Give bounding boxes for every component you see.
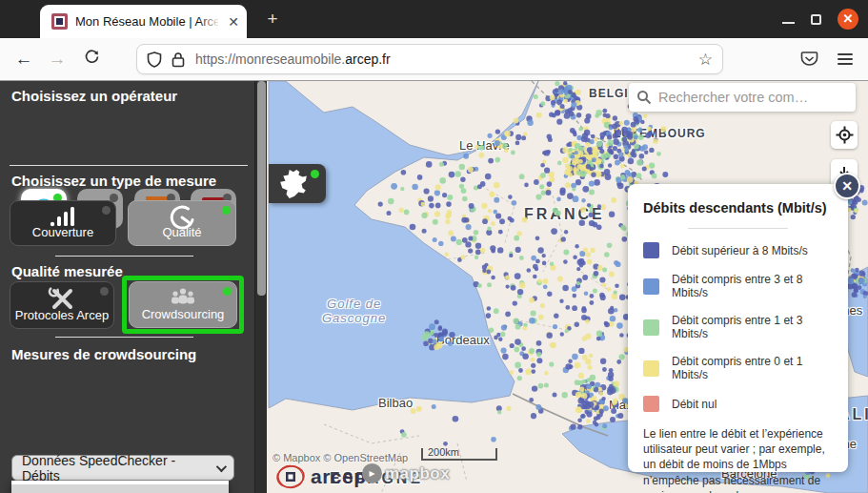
arcep-logo-text: arcep (311, 465, 367, 488)
legend-item: Débit supérieur à 8 Mbits/s (643, 242, 833, 258)
search-input[interactable] (658, 90, 848, 105)
map-label: FRANCE (524, 206, 605, 223)
mapbox-logo[interactable]: ▸ mapbox (362, 463, 450, 483)
measure-button-label: Qualité (129, 225, 235, 239)
legend-swatch (643, 278, 659, 295)
measure-status-dot (222, 206, 231, 215)
operators-heading: Choisissez un opérateur (11, 88, 177, 104)
chevron-down-icon (216, 461, 227, 471)
legend-divider (688, 228, 788, 229)
url-prefix: https://monreseaumobile. (195, 51, 345, 67)
window-maximize-button[interactable] (811, 14, 821, 25)
france-region-tab[interactable] (269, 164, 326, 203)
arcep-logo[interactable]: arcep (274, 461, 367, 493)
browser-window: Mon Réseau Mobile | Arce ✕ + ✕ ← → (0, 0, 868, 493)
map-label: Bilbao (378, 396, 413, 410)
back-button[interactable]: ← (10, 49, 38, 70)
reload-icon (84, 49, 100, 65)
forward-button[interactable]: → (43, 49, 71, 70)
tab-close-icon[interactable]: ✕ (228, 15, 239, 29)
quality-status-dot (100, 287, 109, 296)
crowdsourcing-heading: Mesures de crowdsourcing (11, 346, 196, 362)
lock-icon[interactable] (171, 51, 186, 68)
url-bar[interactable]: https://monreseaumobile.arcep.fr ☆ (136, 44, 723, 74)
quality-button-label: Crowdsourcing (130, 307, 236, 321)
measure-button-qualite[interactable]: Qualité (128, 200, 236, 246)
select-dropdown: Données SpeedChecker - DébitsDonnées Moz… (11, 481, 229, 493)
new-tab-button[interactable]: + (263, 9, 282, 30)
url-text[interactable]: https://monreseaumobile.arcep.fr (195, 51, 693, 67)
map-canvas[interactable]: BELGIQUELUXEMBOURGLe HavreFRANCEGolfe de… (267, 81, 868, 493)
divider (55, 337, 193, 338)
nav-toolbar: ← → https://monreseaumobile.arcep.fr ☆ (0, 38, 868, 81)
menu-icon[interactable] (838, 51, 853, 68)
map-label: Le Havre (459, 138, 510, 153)
legend-close-button[interactable]: ✕ (834, 173, 860, 199)
map-label: Golfe de Gascogne (322, 297, 386, 325)
browser-tab[interactable]: Mon Réseau Mobile | Arce ✕ (40, 5, 247, 38)
window-close-button[interactable]: ✕ (838, 9, 858, 30)
quality-button-protocoles[interactable]: Protocoles Arcep (10, 281, 114, 329)
quality-status-dot (223, 287, 232, 296)
titlebar: Mon Réseau Mobile | Arce ✕ + ✕ (0, 0, 868, 38)
sidebar: Choisissez un opérateur free orange SFR (0, 81, 267, 493)
reload-button[interactable] (77, 49, 106, 70)
search-icon (636, 90, 652, 105)
legend-swatch (643, 396, 659, 412)
legend-panel: Débits descendants (Mbit/s) Débit supéri… (628, 184, 848, 472)
measure-status-dot (102, 206, 111, 215)
site-favicon (51, 13, 68, 30)
map-label: Bordeaux (436, 333, 490, 347)
tab-title-fade (199, 10, 224, 33)
divider (55, 256, 193, 257)
quality-heading: Qualité mesurée (11, 263, 123, 279)
france-status-dot (311, 170, 319, 178)
legend-item: Débit compris entre 0 et 1 Mbits/s (643, 355, 833, 381)
geolocate-button[interactable] (831, 121, 858, 149)
people-icon (130, 286, 236, 307)
quality-button-label: Protocoles Arcep (10, 308, 113, 322)
scale-label: 200km (428, 446, 459, 458)
map-label: LUXEMBOURG (614, 127, 706, 140)
legend-item: Débit compris entre 1 et 3 Mbits/s (643, 314, 833, 340)
crowdsourcing-select[interactable]: Données SpeedChecker - Débits (11, 455, 234, 481)
scale-bar: 200km (421, 448, 497, 461)
commune-search[interactable] (629, 83, 856, 112)
legend-title: Débits descendants (Mbit/s) (643, 200, 833, 216)
sidebar-scrollbar-thumb[interactable] (257, 81, 266, 296)
legend-swatch (643, 242, 659, 258)
url-domain: arcep.fr (345, 51, 390, 67)
window-minimize-button[interactable] (782, 22, 795, 24)
geolocate-icon (836, 126, 854, 144)
france-silhouette-icon (277, 169, 310, 199)
legend-item: Débit compris entre 3 et 8 Mbits/s (643, 273, 833, 299)
select-value: Données SpeedChecker - Débits (22, 453, 216, 483)
legend-note: Le lien entre le débit et l’expérience u… (643, 426, 833, 493)
measure-heading: Choisissez un type de mesure (11, 173, 216, 189)
arcep-logo-icon (274, 461, 307, 493)
legend-swatch (643, 319, 659, 336)
pocket-icon[interactable] (800, 51, 818, 68)
dropdown-option[interactable]: Données SpeedChecker - Débits (11, 484, 229, 493)
mapbox-logo-text: mapbox (385, 464, 450, 483)
measure-button-couverture[interactable]: Couverture (10, 200, 116, 246)
tab-title: Mon Réseau Mobile | Arce (75, 14, 218, 29)
legend-item: Débit nul (643, 396, 833, 412)
legend-swatch (643, 360, 659, 377)
quality-button-crowdsourcing[interactable]: Crowdsourcing (129, 281, 237, 328)
mapbox-logo-icon: ▸ (362, 463, 382, 483)
divider (10, 165, 248, 166)
sidebar-scrollbar-track[interactable] (254, 81, 267, 493)
tracking-shield-icon[interactable] (147, 51, 162, 68)
measure-button-label: Couverture (10, 225, 115, 239)
bookmark-star-icon[interactable]: ☆ (698, 50, 713, 70)
